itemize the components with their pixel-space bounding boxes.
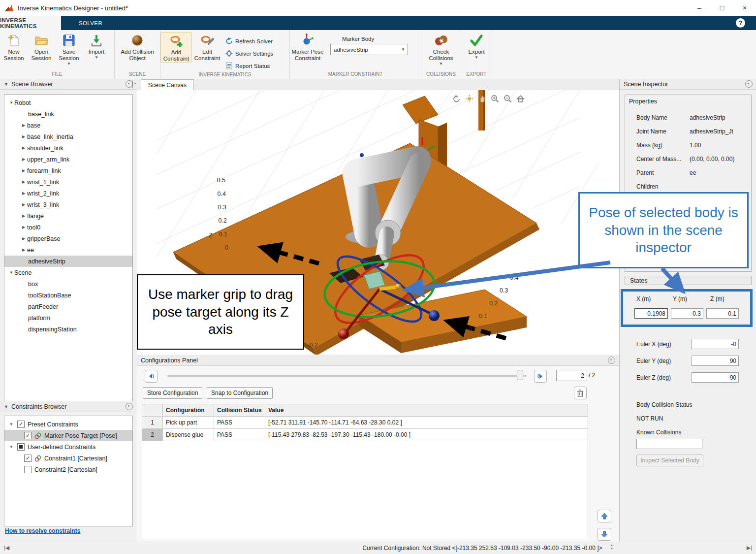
zoom-out-icon[interactable] <box>503 94 512 103</box>
tree-item-partFeeder[interactable]: partFeeder <box>4 301 132 312</box>
prev-configuration-button[interactable] <box>145 370 158 383</box>
tree-item-gripperBase[interactable]: ▶gripperBase <box>4 233 132 244</box>
property-label: Body Name <box>636 114 667 121</box>
collapse-panel-icon[interactable]: ▼ <box>4 82 8 87</box>
tree-item-adhesiveStrip[interactable]: adhesiveStrip <box>4 256 132 267</box>
refresh-solver-button[interactable]: Refresh Solver <box>222 35 276 47</box>
open-session-button[interactable]: Open Session <box>28 32 55 62</box>
marker-grip-gold-sphere[interactable] <box>395 284 401 290</box>
tree-item-wrist-2-link[interactable]: ▶wrist_2_link <box>4 188 132 199</box>
pan-hand-icon[interactable] <box>477 94 487 103</box>
preset-constraints-node[interactable]: ▼ ✓ Preset Constraints <box>4 419 132 430</box>
panel-options-icon[interactable] <box>126 403 133 410</box>
collapse-right-panel-icon[interactable]: ▶| <box>747 545 752 551</box>
home-view-icon[interactable] <box>516 94 525 103</box>
table-row[interactable]: 2 Dispense glue PASS [-115.43 279.83 -82… <box>142 429 588 441</box>
import-button[interactable]: Import ▼ <box>83 32 110 60</box>
user-constraints-checkbox[interactable] <box>17 443 25 451</box>
new-session-button[interactable]: New Session <box>0 32 28 62</box>
tree-item-toolStationBase[interactable]: toolStationBase <box>4 290 132 301</box>
group-export: Export ▼ EXPORT <box>461 30 492 79</box>
configuration-slider-handle[interactable] <box>517 370 523 380</box>
add-constraint-button[interactable]: Add Constraint <box>160 32 192 63</box>
tree-item-wrist-3-link[interactable]: ▶wrist_3_link <box>4 199 132 210</box>
marker-body-dropdown[interactable]: adhesiveStrip ▼ <box>330 44 408 55</box>
minimize-button[interactable]: – <box>688 0 711 16</box>
constraint2-item[interactable]: Constraint2 [Cartesian] <box>4 464 132 475</box>
scene-browser-tree: ▼Robot base_link ▶base ▶base_link_inerti… <box>4 94 133 403</box>
tree-item-base[interactable]: ▶base <box>4 120 132 131</box>
zoom-in-icon[interactable] <box>490 94 500 103</box>
export-button[interactable]: Export ▼ <box>463 32 490 60</box>
maximize-button[interactable]: □ <box>711 0 733 16</box>
tree-node-robot[interactable]: ▼Robot <box>4 97 132 108</box>
collapse-left-panel-icon[interactable]: |◀ <box>4 545 9 551</box>
move-row-up-button[interactable] <box>598 510 611 522</box>
tree-item-base-link-inertia[interactable]: ▶base_link_inertia <box>4 131 132 142</box>
tab-inverse-kinematics[interactable]: INVERSE KINEMATICS <box>0 16 61 30</box>
annotation-marker-text: Use marker grip to drag pose target alon… <box>143 286 298 338</box>
configuration-index-input[interactable]: 2 <box>556 370 587 381</box>
expand-panel-icon[interactable]: ▲▼ <box>610 544 613 551</box>
snap-to-configuration-label: Snap to Configuration <box>211 390 268 396</box>
edit-constraint-button[interactable]: Edit Constraint <box>192 32 222 62</box>
euler-y-input[interactable]: 90 <box>692 356 739 366</box>
constraint1-item[interactable]: ✓ Constraint1 [Cartesian] <box>4 453 132 464</box>
tree-item-box[interactable]: box <box>4 278 132 290</box>
marker-pose-target-checkbox[interactable]: ✓ <box>24 432 32 439</box>
solver-settings-button[interactable]: Solver Settings <box>222 47 276 60</box>
marker-grip-blue-sphere[interactable] <box>429 310 440 321</box>
marker-pose-constraint-button[interactable]: Marker Pose Constraint <box>290 32 325 62</box>
next-configuration-button[interactable] <box>534 370 547 383</box>
inspect-selected-body-button[interactable]: Inspect Selected Body <box>636 455 703 466</box>
left-panel: ▼ Scene Browser ▼Robot base_link ▶base ▶… <box>0 79 137 542</box>
constraint1-checkbox[interactable]: ✓ <box>24 455 32 462</box>
scene-canvas-tab[interactable]: Scene Canvas <box>141 79 194 90</box>
collapse-panel-icon[interactable]: ▼ <box>4 404 8 409</box>
tree-item-dispensingStation[interactable]: dispensingStation <box>4 324 132 335</box>
tree-item-upper-arm-link[interactable]: ▶upper_arm_link <box>4 154 132 165</box>
panel-options-icon[interactable] <box>608 357 615 364</box>
rotate-3d-icon[interactable] <box>452 94 461 103</box>
table-row[interactable]: 1 Pick up part PASS [-52.71 311.91 -145.… <box>142 417 588 429</box>
tree-item-tool0[interactable]: ▶tool0 <box>4 222 132 233</box>
preset-constraints-checkbox[interactable]: ✓ <box>17 421 25 428</box>
panel-options-icon[interactable] <box>132 80 133 88</box>
panel-options-icon[interactable] <box>745 80 753 88</box>
move-row-down-button[interactable] <box>598 528 611 541</box>
constraint2-checkbox[interactable] <box>24 466 32 473</box>
property-label: Mass (kg) <box>636 142 662 149</box>
tree-label: adhesiveStrip <box>28 258 65 265</box>
user-constraints-node[interactable]: ▼ User-defined Constraints <box>4 441 132 453</box>
save-session-button[interactable]: Save Session ▼ <box>55 32 83 66</box>
tree-item-platform[interactable]: platform <box>4 312 132 324</box>
snap-to-configuration-button[interactable]: Snap to Configuration <box>207 387 273 399</box>
current-configuration-text: Current Configuration: Not Stored <[-213… <box>315 545 650 552</box>
add-collision-object-button[interactable]: Add Collision Object <box>118 32 157 62</box>
delete-configuration-button[interactable] <box>574 387 587 399</box>
report-status-button[interactable]: Report Status <box>222 60 276 72</box>
check-collisions-button[interactable]: Check Collisions ▼ <box>424 32 458 66</box>
expand-arrow-icon: ▶ <box>22 248 27 252</box>
tree-node-scene[interactable]: ▼Scene <box>4 267 132 278</box>
marker-pose-target-item[interactable]: ✓ Marker Pose Target [Pose] <box>4 430 132 441</box>
scene-canvas[interactable]: 0.5 0.4 0.3 0.2 0.1 0 Z 0.4 0.3 0.2 0.1 … <box>137 90 619 355</box>
resolve-constraints-link[interactable]: How to resolve constraints <box>5 527 80 534</box>
known-collisions-input[interactable] <box>636 439 702 449</box>
configuration-slider[interactable] <box>167 375 527 377</box>
euler-z-input[interactable]: -90 <box>692 372 739 383</box>
help-icon[interactable]: ? <box>736 18 745 28</box>
euler-x-input[interactable]: -0 <box>692 339 739 349</box>
tree-item-base-link[interactable]: base_link <box>4 108 132 120</box>
close-button[interactable]: × <box>733 0 756 16</box>
store-configuration-button[interactable]: Store Configuration <box>143 387 202 399</box>
tree-item-ee[interactable]: ▶ee <box>4 244 132 256</box>
z-tick: 0.3 <box>218 204 226 211</box>
tree-item-forearm-link[interactable]: ▶forearm_link <box>4 165 132 176</box>
lighting-icon[interactable] <box>465 94 474 103</box>
tree-item-wrist-1-link[interactable]: ▶wrist_1_link <box>4 176 132 188</box>
tree-item-flange[interactable]: ▶flange <box>4 210 132 222</box>
tree-item-shoulder-link[interactable]: ▶shoulder_link <box>4 142 132 154</box>
marker-grip-red-sphere[interactable] <box>338 328 349 339</box>
tab-solver[interactable]: SOLVER <box>61 16 120 30</box>
